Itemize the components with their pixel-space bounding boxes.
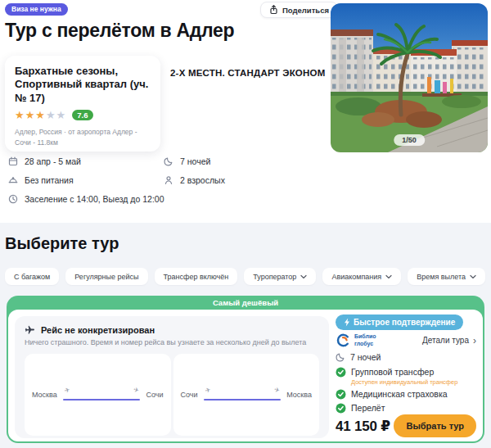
- flight-info-box: Рейс не конкретизирован Ничего страшного…: [15, 316, 329, 438]
- tour-card-body: Рейс не конкретизирован Ничего страшного…: [8, 310, 483, 441]
- check-circle-icon: [336, 367, 346, 378]
- plane-icon: [25, 324, 35, 335]
- resort-photo-illustration: [331, 3, 488, 152]
- detail-dates-label: 28 апр - 5 май: [25, 156, 81, 166]
- select-tour-button[interactable]: Выбрать тур: [394, 414, 476, 437]
- tour-price: 41 150 ₽: [336, 418, 390, 435]
- landing-icon: ✈: [273, 387, 280, 395]
- filter-baggage-label: С багажом: [14, 273, 50, 281]
- route-line: ✈ ✈: [63, 390, 141, 400]
- include-flight: Перелёт: [336, 403, 385, 414]
- detail-dates: 28 апр - 5 май: [8, 156, 81, 166]
- detail-checkin: Заселение с 14:00, Выезд до 12:00: [8, 194, 164, 204]
- tour-details-label: Детали тура: [422, 336, 469, 345]
- page-title: Тур с перелётом в Адлер: [5, 20, 234, 42]
- filter-transfer-included-label: Трансфер включён: [164, 273, 229, 281]
- include-insurance-label: Медицинская страховка: [351, 389, 448, 399]
- fast-confirmation-label: Быстрое подтверждение: [354, 319, 455, 327]
- hotel-photo[interactable]: 1/50: [331, 3, 488, 152]
- tour-operator-logo: Библио глобус: [336, 333, 376, 348]
- check-circle-icon: [336, 403, 346, 414]
- filter-transfer-included[interactable]: Трансфер включён: [155, 268, 238, 285]
- takeoff-icon: ✈: [204, 387, 211, 395]
- include-flight-label: Перелёт: [351, 403, 385, 413]
- choose-tour-heading: Выберите тур: [5, 234, 119, 253]
- route-card-outbound: Москва ✈ ✈ Сочи: [25, 354, 171, 436]
- landing-icon: ✈: [133, 387, 140, 395]
- check-circle-icon: [336, 389, 346, 400]
- hotel-rating-row: ★★★★★ 7.6: [15, 110, 151, 121]
- operator-row: Библио глобус Детали тура ›: [336, 333, 476, 348]
- chevron-right-icon: ›: [473, 335, 476, 346]
- filter-airline-label: Авиакомпания: [331, 273, 381, 281]
- filter-tour-operator[interactable]: Туроператор: [244, 268, 316, 285]
- detail-nights: 7 ночей: [164, 156, 210, 166]
- cheapest-ribbon: Самый дешёвый: [7, 296, 484, 310]
- detail-meal: Без питания: [8, 175, 74, 185]
- route-from: Москва: [32, 391, 57, 399]
- takeoff-icon: ✈: [64, 387, 71, 395]
- route-card-return: Сочи ✈ ✈ Москва: [173, 354, 320, 436]
- share-button[interactable]: Поделиться: [260, 2, 338, 18]
- detail-meal-label: Без питания: [25, 175, 74, 185]
- filter-departure-time[interactable]: Время вылета: [408, 268, 485, 285]
- flight-subtitle: Ничего страшного. Время и номер рейса вы…: [25, 338, 319, 346]
- tour-summary: Быстрое подтверждение Библио глобус: [336, 310, 478, 441]
- route-line: ✈ ✈: [204, 390, 282, 400]
- route-to: Москва: [286, 391, 312, 399]
- detail-guests: 2 взрослых: [164, 175, 225, 185]
- operator-globe-icon: [336, 333, 351, 348]
- moon-icon: [336, 352, 345, 362]
- star-rating: ★★★★★: [15, 110, 66, 120]
- filter-departure-time-label: Время вылета: [417, 273, 466, 281]
- nights-row: 7 ночей: [336, 352, 381, 362]
- include-transfer-label: Групповой трансфер: [351, 367, 457, 377]
- room-type: 2-Х МЕСТН. СТАНДАРТ ЭКОНОМ: [170, 68, 325, 78]
- clock-icon: [8, 194, 18, 204]
- lightning-icon: [344, 318, 350, 327]
- fast-confirmation-badge: Быстрое подтверждение: [336, 315, 463, 330]
- tour-details-link[interactable]: Детали тура ›: [422, 335, 476, 346]
- hotel-card[interactable]: Бархатные сезоны, Спортивный квартал (уч…: [5, 56, 160, 152]
- flight-routes: Москва ✈ ✈ Сочи Сочи ✈ ✈: [25, 354, 319, 436]
- meal-icon: [8, 175, 18, 185]
- share-label: Поделиться: [282, 6, 329, 15]
- filter-regular-flights-label: Регулярные рейсы: [74, 273, 138, 281]
- include-transfer-note: Доступен индивидуальный трансфер: [351, 378, 457, 386]
- rating-badge: 7.6: [72, 110, 92, 121]
- detail-nights-label: 7 ночей: [180, 156, 210, 166]
- route-from: Сочи: [181, 391, 198, 399]
- chevron-down-icon: [385, 274, 392, 279]
- hotel-name: Бархатные сезоны, Спортивный квартал (уч…: [15, 65, 151, 105]
- share-icon: [269, 5, 278, 15]
- route-to: Сочи: [146, 391, 163, 399]
- filter-tour-operator-label: Туроператор: [253, 273, 296, 281]
- include-transfer: Групповой трансфер Доступен индивидуальн…: [336, 367, 457, 386]
- hotel-location: Адлер, Россия · от аэропорта Адлер - Соч…: [15, 127, 151, 148]
- person-icon: [164, 175, 173, 185]
- chevron-down-icon: [300, 274, 307, 279]
- flight-title: Рейс не конкретизирован: [41, 325, 155, 335]
- calendar-icon: [8, 156, 18, 166]
- chevron-down-icon: [470, 274, 476, 279]
- flight-header: Рейс не конкретизирован: [25, 324, 319, 335]
- detail-guests-label: 2 взрослых: [180, 175, 225, 185]
- include-insurance: Медицинская страховка: [336, 389, 448, 400]
- filter-regular-flights[interactable]: Регулярные рейсы: [65, 268, 147, 285]
- filter-baggage[interactable]: С багажом: [5, 268, 59, 285]
- visa-badge: Виза не нужна: [5, 3, 68, 16]
- nights-label: 7 ночей: [350, 352, 381, 362]
- photo-counter: 1/50: [394, 134, 425, 146]
- tour-page: Виза не нужна Поделиться Тур с перелётом…: [0, 0, 491, 448]
- price-row: 41 150 ₽ Выбрать тур: [336, 414, 476, 437]
- filter-airline[interactable]: Авиакомпания: [322, 268, 401, 285]
- filter-chips: С багажом Регулярные рейсы Трансфер вклю…: [5, 268, 485, 285]
- cheapest-tour-card: Самый дешёвый Рейс не конкретизирован Ни…: [7, 296, 484, 443]
- moon-icon: [164, 156, 173, 166]
- operator-name: Библио глобус: [354, 333, 376, 347]
- detail-checkin-label: Заселение с 14:00, Выезд до 12:00: [25, 194, 164, 204]
